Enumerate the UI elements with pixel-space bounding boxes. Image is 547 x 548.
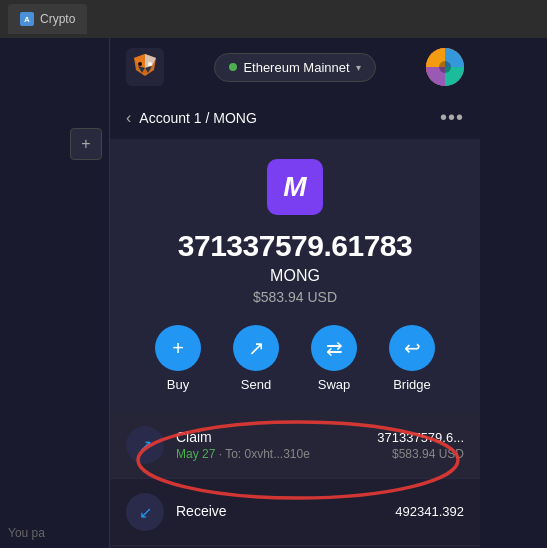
buy-icon-circle: + xyxy=(155,325,201,371)
metamask-popup: Ethereum Mainnet ▾ ‹ Account 1 / MONG ••… xyxy=(110,38,480,548)
token-logo: M xyxy=(267,159,323,215)
bridge-icon-circle: ↩ xyxy=(389,325,435,371)
mm-header: Ethereum Mainnet ▾ xyxy=(110,38,480,96)
tab-label: Crypto xyxy=(40,12,75,26)
svg-point-14 xyxy=(439,61,451,73)
buy-button[interactable]: + Buy xyxy=(155,325,201,392)
crypto-tab[interactable]: A Crypto xyxy=(8,4,87,34)
swap-icon-circle: ⇄ xyxy=(311,325,357,371)
account-bar: ‹ Account 1 / MONG ••• xyxy=(110,96,480,139)
claim-tx-type: Claim xyxy=(176,429,377,445)
browser-chrome: A Crypto xyxy=(0,0,547,38)
transaction-claim[interactable]: ↗ Claim May 27 · To: 0xvht...310e 371337… xyxy=(110,412,480,479)
swap-button[interactable]: ⇄ Swap xyxy=(311,325,357,392)
receive-tx-amount: 492341.392 xyxy=(395,504,464,521)
token-logo-letter: M xyxy=(283,171,306,203)
claim-tx-amount: 371337579.6... $583.94 USD xyxy=(377,430,464,461)
send-icon-circle: ↗ xyxy=(233,325,279,371)
tab-favicon: A xyxy=(20,12,34,26)
send-button[interactable]: ↗ Send xyxy=(233,325,279,392)
claim-tx-icon: ↗ xyxy=(126,426,164,464)
transaction-receive[interactable]: ↙ Receive 492341.392 xyxy=(110,479,480,546)
metamask-logo xyxy=(126,48,164,86)
network-label: Ethereum Mainnet xyxy=(243,60,349,75)
svg-point-8 xyxy=(148,62,152,66)
network-selector[interactable]: Ethereum Mainnet ▾ xyxy=(214,53,375,82)
buy-label: Buy xyxy=(167,377,189,392)
sidebar-bottom-hint: You pa xyxy=(0,518,110,548)
account-name: Account 1 / MONG xyxy=(139,110,256,126)
receive-amount-crypto: 492341.392 xyxy=(395,504,464,519)
network-status-dot xyxy=(229,63,237,71)
claim-tx-to: To: 0xvht...310e xyxy=(225,447,310,461)
bridge-button[interactable]: ↩ Bridge xyxy=(389,325,435,392)
claim-tx-info: Claim May 27 · To: 0xvht...310e xyxy=(176,429,377,461)
claim-tx-date: May 27 · To: 0xvht...310e xyxy=(176,447,377,461)
transaction-list: ↗ Claim May 27 · To: 0xvht...310e 371337… xyxy=(110,412,480,548)
sidebar: + You pa xyxy=(0,38,110,548)
claim-amount-crypto: 371337579.6... xyxy=(377,430,464,445)
account-avatar[interactable] xyxy=(426,48,464,86)
token-area: M 371337579.61783 MONG $583.94 USD + Buy… xyxy=(110,139,480,412)
token-usd-value: $583.94 USD xyxy=(253,289,337,305)
action-buttons-row: + Buy ↗ Send ⇄ Swap ↩ Bridge xyxy=(155,325,435,392)
sidebar-plus-button[interactable]: + xyxy=(70,128,102,160)
send-label: Send xyxy=(241,377,271,392)
bridge-label: Bridge xyxy=(393,377,431,392)
receive-tx-type: Receive xyxy=(176,503,395,519)
claim-date-colored: May 27 xyxy=(176,447,215,461)
swap-label: Swap xyxy=(318,377,351,392)
back-arrow-icon[interactable]: ‹ xyxy=(126,109,131,127)
receive-tx-info: Receive xyxy=(176,503,395,521)
chevron-down-icon: ▾ xyxy=(356,62,361,73)
svg-point-7 xyxy=(138,62,142,66)
claim-amount-usd: $583.94 USD xyxy=(377,447,464,461)
receive-tx-icon: ↙ xyxy=(126,493,164,531)
token-balance: 371337579.61783 xyxy=(178,229,412,263)
account-nav[interactable]: ‹ Account 1 / MONG xyxy=(126,109,257,127)
token-symbol: MONG xyxy=(270,267,320,285)
more-options-button[interactable]: ••• xyxy=(440,106,464,129)
